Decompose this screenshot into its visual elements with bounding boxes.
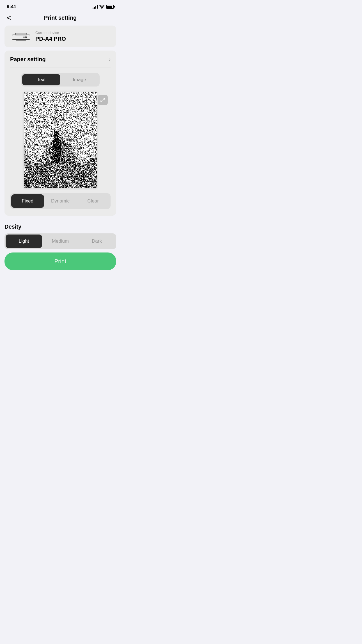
fixed-tab[interactable]: Fixed — [11, 194, 44, 208]
expand-icon — [100, 97, 105, 103]
medium-density-btn[interactable]: Medium — [42, 235, 79, 248]
paper-setting-row[interactable]: Paper setting › — [10, 56, 111, 63]
dynamic-tab[interactable]: Dynamic — [44, 194, 77, 208]
header: < Print setting — [0, 12, 121, 26]
preview-canvas — [24, 92, 97, 188]
mode-tab-switcher: Text Image — [21, 73, 100, 87]
device-label: Current device — [35, 31, 66, 35]
image-tab[interactable]: Image — [60, 74, 98, 85]
svg-point-3 — [25, 37, 27, 38]
status-icons — [93, 5, 114, 9]
density-title: Desity — [4, 224, 116, 230]
device-info: Current device PD-A4 PRO — [35, 31, 66, 42]
status-bar: 9:41 — [0, 0, 121, 12]
device-name: PD-A4 PRO — [35, 36, 66, 42]
print-button[interactable]: Print — [4, 252, 116, 270]
paper-setting-title: Paper setting — [10, 56, 46, 63]
page-title: Print setting — [44, 15, 77, 21]
signal-icon — [93, 5, 98, 9]
back-button[interactable]: < — [7, 13, 11, 22]
status-time: 9:41 — [7, 4, 16, 10]
svg-point-4 — [24, 37, 25, 38]
divider — [10, 67, 111, 67]
text-tab[interactable]: Text — [22, 74, 60, 85]
light-density-btn[interactable]: Light — [6, 235, 42, 248]
clear-tab[interactable]: Clear — [77, 194, 109, 208]
paper-setting-chevron: › — [109, 56, 111, 62]
print-button-container: Print — [0, 249, 121, 277]
density-section: Desity Light Medium Dark — [4, 219, 116, 249]
render-tab-switcher: Fixed Dynamic Clear — [10, 193, 111, 209]
dark-density-btn[interactable]: Dark — [79, 235, 115, 248]
image-preview-container — [10, 92, 111, 188]
svg-rect-0 — [12, 35, 30, 39]
device-card: Current device PD-A4 PRO — [4, 26, 116, 47]
image-preview — [24, 92, 97, 188]
main-card: Paper setting › Text Image Fixed Dynamic… — [4, 51, 116, 216]
wifi-icon — [99, 5, 104, 9]
printer-icon — [11, 31, 31, 42]
battery-icon — [106, 5, 114, 9]
density-switcher: Light Medium Dark — [4, 233, 116, 249]
expand-button[interactable] — [98, 95, 108, 105]
